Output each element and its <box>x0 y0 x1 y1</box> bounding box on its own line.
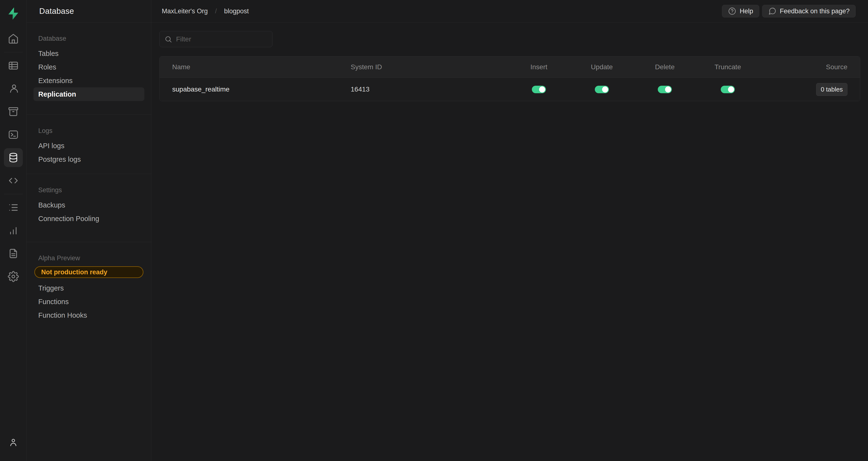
delete-toggle[interactable] <box>658 86 672 93</box>
sidebar-item-tables[interactable]: Tables <box>33 47 144 60</box>
help-button[interactable]: Help <box>722 5 759 18</box>
publications-table: Name System ID Insert Update Delete Trun… <box>159 56 860 101</box>
column-header-truncate: Truncate <box>714 63 741 71</box>
replication-content: Name System ID Insert Update Delete Trun… <box>151 23 868 461</box>
nav-section-label: Database <box>33 33 144 44</box>
column-header-insert: Insert <box>530 63 547 71</box>
reports-chart-icon[interactable] <box>0 219 26 242</box>
account-user-icon[interactable] <box>0 431 26 454</box>
update-toggle[interactable] <box>595 86 609 93</box>
feedback-button-label: Feedback on this page? <box>780 7 849 15</box>
sidebar-item-connection-pooling[interactable]: Connection Pooling <box>33 212 144 225</box>
sidebar-item-triggers[interactable]: Triggers <box>33 281 144 295</box>
source-tables-button[interactable]: 0 tables <box>816 83 847 96</box>
sidebar-item-function-hooks[interactable]: Function Hooks <box>33 308 144 322</box>
sidebar-item-replication[interactable]: Replication <box>33 87 144 101</box>
nav-section-alpha-preview: Alpha Preview Not production ready Trigg… <box>27 242 151 322</box>
sidebar-header: Database <box>27 0 151 23</box>
sidebar-item-backups[interactable]: Backups <box>33 198 144 212</box>
topbar: MaxLeiter's Org / blogpost Help Feedback… <box>151 0 868 23</box>
nav-section-label: Settings <box>33 185 144 195</box>
sidebar-item-postgres-logs[interactable]: Postgres logs <box>33 153 144 166</box>
breadcrumb-project[interactable]: blogpost <box>224 7 249 15</box>
database-sidebar: Database Database Tables Roles Extension… <box>27 0 151 461</box>
nav-section-settings: Settings Backups Connection Pooling <box>27 174 151 242</box>
toggle-knob <box>665 86 671 92</box>
not-production-ready-badge: Not production ready <box>34 266 144 278</box>
publication-name: supabase_realtime <box>172 86 351 93</box>
help-button-label: Help <box>740 7 753 15</box>
sidebar-item-extensions[interactable]: Extensions <box>33 74 144 87</box>
sidebar-item-functions[interactable]: Functions <box>33 295 144 308</box>
home-icon[interactable] <box>0 27 26 50</box>
auth-users-icon[interactable] <box>0 77 26 100</box>
main-area: MaxLeiter's Org / blogpost Help Feedback… <box>151 0 868 461</box>
sql-editor-icon[interactable] <box>0 123 26 146</box>
sidebar-item-roles[interactable]: Roles <box>33 60 144 74</box>
docs-file-icon[interactable] <box>0 242 26 265</box>
api-code-icon[interactable] <box>0 169 26 192</box>
supabase-logo[interactable] <box>0 0 26 27</box>
logs-list-icon[interactable] <box>0 196 26 219</box>
publication-system-id: 16413 <box>351 86 507 93</box>
rail-divider <box>4 50 23 54</box>
rail-divider <box>4 192 23 196</box>
breadcrumb: MaxLeiter's Org / blogpost <box>162 7 249 15</box>
table-row: supabase_realtime 16413 0 tables <box>160 78 860 101</box>
database-icon-active[interactable] <box>0 146 26 169</box>
toggle-knob <box>728 86 734 92</box>
help-circle-icon <box>728 7 736 15</box>
table-header-row: Name System ID Insert Update Delete Trun… <box>160 56 860 78</box>
search-icon <box>164 35 172 43</box>
nav-section-label: Alpha Preview <box>33 253 144 264</box>
column-header-delete: Delete <box>655 63 675 71</box>
column-header-name: Name <box>172 63 351 71</box>
column-header-update: Update <box>591 63 613 71</box>
breadcrumb-separator: / <box>215 7 217 15</box>
settings-gear-icon[interactable] <box>0 265 26 288</box>
feedback-button[interactable]: Feedback on this page? <box>762 5 856 18</box>
speech-bubble-icon <box>768 7 776 15</box>
table-editor-icon[interactable] <box>0 54 26 77</box>
truncate-toggle[interactable] <box>721 86 735 93</box>
filter-input[interactable] <box>176 35 268 43</box>
toggle-knob <box>602 86 608 92</box>
column-header-system-id: System ID <box>351 63 507 71</box>
breadcrumb-org[interactable]: MaxLeiter's Org <box>162 7 208 15</box>
nav-section-database: Database Tables Roles Extensions Replica… <box>27 23 151 115</box>
toggle-knob <box>539 86 545 92</box>
nav-section-logs: Logs API logs Postgres logs <box>27 115 151 174</box>
page-title: Database <box>39 6 74 16</box>
column-header-source: Source <box>826 63 847 71</box>
insert-toggle[interactable] <box>532 86 546 93</box>
storage-icon[interactable] <box>0 100 26 123</box>
filter-box <box>159 31 273 47</box>
icon-rail <box>0 0 27 461</box>
nav-section-label: Logs <box>33 125 144 136</box>
sidebar-item-api-logs[interactable]: API logs <box>33 139 144 153</box>
